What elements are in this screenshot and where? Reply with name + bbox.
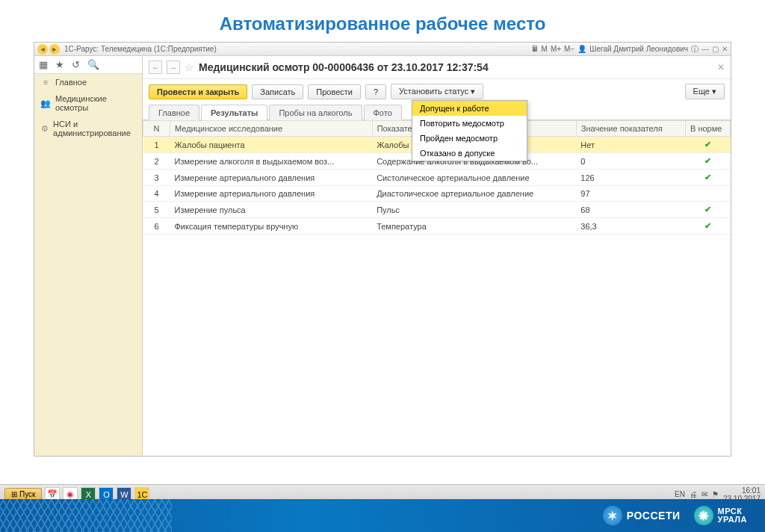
mplus-button[interactable]: M+ [551,45,561,53]
cell-research: Фиксация температуры вручную [170,218,373,235]
table-row[interactable]: 6 Фиксация температуры вручную Температу… [143,218,731,235]
cell-research: Измерение артериального давления [170,186,373,202]
favorite-icon[interactable]: ☆ [185,61,194,73]
sidebar-tools: ▦ ★ ↺ 🔍 [34,56,142,74]
apps-icon[interactable]: ▦ [39,59,48,70]
cell-n: 3 [143,170,170,186]
rosseti-logo: ✶ РОССЕТИ [603,506,681,525]
windows-icon: ⊞ [11,490,17,498]
tab-results[interactable]: Результаты [201,105,267,120]
lang-indicator[interactable]: EN [675,490,685,498]
doc-header: ← → ☆ Медицинский осмотр 00-00006436 от … [143,56,731,79]
cell-research: Измерение артериального давления [170,170,373,186]
doc-title: Медицинский осмотр 00-00006436 от 23.10.… [199,61,489,73]
sidebar-item-label: НСИ и администрирование [53,120,136,137]
forward-button[interactable]: → [167,61,180,74]
cell-indicator: Диастолическое артериальное давление [372,186,576,202]
info-icon[interactable]: ⓘ [691,44,699,55]
sidebar-item-exams[interactable]: 👥 Медицинские осмотры [34,90,142,116]
titlebar: ◄ ► 1С-Рарус: Телемедицина (1С:Предприят… [34,43,731,56]
cell-norm: ✔ [686,153,731,170]
cell-norm: ✔ [686,137,731,153]
cell-value: 97 [576,186,685,202]
user-icon: 👤 [577,45,586,53]
help-button[interactable]: ? [365,84,386,99]
list-icon: ≡ [40,78,51,87]
cell-norm [686,186,731,202]
calc-icon[interactable]: 🖩 [531,45,539,53]
tray-mail-icon[interactable]: ✉ [701,490,707,498]
table-row[interactable]: 4 Измерение артериального давления Диаст… [143,186,731,202]
cell-research: Измерение алкоголя в выдыхаемом воз... [170,153,373,170]
close-doc-icon[interactable]: ✕ [717,62,725,72]
cell-n: 1 [143,137,170,153]
mminus-button[interactable]: M− [564,45,574,53]
more-button[interactable]: Еще ▾ [685,84,725,99]
post-button[interactable]: Провести [308,84,361,99]
search-icon[interactable]: 🔍 [87,59,99,70]
app-window: ◄ ► 1С-Рарус: Телемедицина (1С:Предприят… [34,42,731,457]
minimize-icon[interactable]: — [701,45,709,53]
cell-norm: ✔ [686,202,731,218]
status-option-passed[interactable]: Пройден медосмотр [412,131,527,146]
toolbar: Провести и закрыть Записать Провести ? У… [143,79,731,104]
workspace: ▦ ★ ↺ 🔍 ≡ Главное 👥 Медицинские осмотры … [34,56,731,456]
status-dropdown: Допущен к работе Повторить медосмотр Про… [412,100,527,161]
cell-value: Нет [576,137,685,153]
app-title: 1С-Рарус: Телемедицина (1С:Предприятие) [64,45,217,53]
user-name: Шегай Дмитрий Леонидович [589,45,688,53]
close-window-icon[interactable]: ✕ [722,45,728,53]
cell-research: Измерение пульса [170,202,373,218]
tray-print-icon[interactable]: 🖨 [690,490,697,498]
mrsk-logo: ❋ МРСКУРАЛА [694,506,747,525]
slide-footer: ✶ РОССЕТИ ❋ МРСКУРАЛА [0,499,765,532]
status-option-allowed[interactable]: Допущен к работе [412,101,527,116]
col-norm[interactable]: В норме [686,121,731,137]
history-icon[interactable]: ↺ [72,59,80,70]
col-value[interactable]: Значение показателя [576,121,685,137]
main-panel: ← → ☆ Медицинский осмотр 00-00006436 от … [143,56,731,456]
cell-value: 0 [576,153,685,170]
tray-flag-icon[interactable]: ⚑ [712,490,719,498]
tab-main[interactable]: Главное [149,105,199,120]
people-icon: 👥 [40,99,51,108]
cell-value: 36,3 [576,218,685,235]
slide-title: Автоматизированное рабочее место [0,0,765,42]
footer-decoration [0,499,172,532]
col-research[interactable]: Медицинское исследование [170,121,373,137]
sidebar-item-admin[interactable]: ⚙ НСИ и администрирование [34,116,142,141]
m-button[interactable]: M [542,45,548,53]
cell-norm: ✔ [686,170,731,186]
cell-indicator: Систолическое артериальное давление [372,170,576,186]
maximize-icon[interactable]: ▢ [712,45,719,53]
star-icon[interactable]: ★ [55,59,64,70]
table-row[interactable]: 5 Измерение пульса Пульс 68 ✔ [143,202,731,218]
nav-fwd-icon[interactable]: ► [49,44,60,55]
back-button[interactable]: ← [149,61,162,74]
status-option-repeat[interactable]: Повторить медосмотр [412,116,527,131]
col-n[interactable]: N [143,121,170,137]
cell-value: 68 [576,202,685,218]
mrsk-icon: ❋ [694,506,713,525]
gear-icon: ⚙ [40,124,49,134]
sidebar-item-main[interactable]: ≡ Главное [34,74,142,90]
status-option-denied[interactable]: Отказано в допуске [412,146,527,161]
rosseti-icon: ✶ [603,506,622,525]
cell-value: 126 [576,170,685,186]
nav-back-icon[interactable]: ◄ [37,44,48,55]
post-close-button[interactable]: Провести и закрыть [149,84,247,99]
tab-alcohol[interactable]: Пробы на алкоголь [269,105,362,120]
results-table-wrap: N Медицинское исследование Показатель Зн… [143,120,731,456]
save-button[interactable]: Записать [252,84,303,99]
tab-photo[interactable]: Фото [364,105,402,120]
titlebar-nav: ◄ ► [37,44,60,55]
cell-indicator: Пульс [372,202,576,218]
sidebar-item-label: Главное [55,78,87,87]
cell-research: Жалобы пациента [170,137,373,153]
cell-n: 5 [143,202,170,218]
table-row[interactable]: 3 Измерение артериального давления Систо… [143,170,731,186]
cell-n: 6 [143,218,170,235]
cell-indicator: Температура [372,218,576,235]
sidebar: ▦ ★ ↺ 🔍 ≡ Главное 👥 Медицинские осмотры … [34,56,143,456]
set-status-button[interactable]: Установить статус ▾ [391,84,483,99]
